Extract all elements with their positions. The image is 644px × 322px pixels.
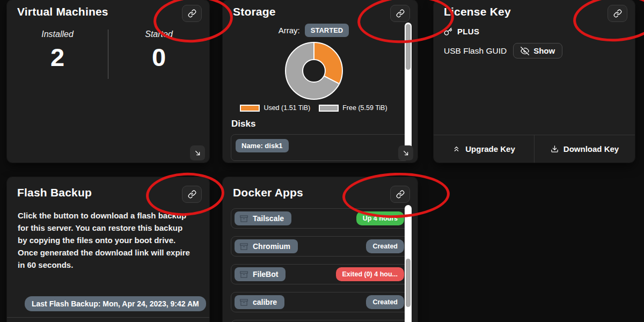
free-swatch: [319, 105, 339, 112]
container-icon: [240, 298, 248, 306]
app-status-badge: Exited (0) 4 hou...: [336, 267, 405, 281]
app-status-badge: Created: [366, 239, 404, 253]
license-footer: Upgrade Key Download Key: [434, 135, 635, 163]
vm-installed-label: Installed: [7, 30, 108, 39]
key-icon: [444, 27, 452, 36]
link-icon: [188, 190, 196, 199]
show-guid-button[interactable]: Show: [513, 43, 562, 58]
show-guid-label: Show: [533, 46, 555, 55]
app-name-pill[interactable]: Tailscale: [235, 211, 291, 225]
virtual-machines-title: Virtual Machines: [17, 5, 108, 18]
storage-expand-button[interactable]: [398, 145, 413, 160]
docker-app-row-filebot[interactable]: FileBot Exited (0) 4 hou...: [231, 264, 409, 284]
storage-legend: Used (1.51 TiB) Free (5.59 TiB): [223, 104, 405, 112]
upgrade-key-label: Upgrade Key: [465, 144, 515, 153]
docker-scrollbar[interactable]: [405, 205, 412, 322]
storage-donut-wrap: [223, 42, 405, 100]
vm-installed-stat: Installed 2: [7, 30, 108, 79]
flash-backup-title: Flash Backup: [17, 186, 92, 199]
disks-heading: Disks: [231, 119, 255, 129]
app-name: FileBot: [253, 270, 278, 279]
vm-expand-button[interactable]: [190, 145, 205, 160]
license-link-button[interactable]: [608, 5, 627, 22]
array-status-badge: STARTED: [305, 24, 349, 37]
double-chevron-up-icon: [452, 145, 460, 153]
docker-app-list: Tailscale Up 4 hours Chromium Created Fi…: [231, 208, 409, 322]
app-name-pill[interactable]: FileBot: [235, 267, 286, 281]
app-status-badge: Created: [366, 295, 404, 309]
app-status-badge: Up 4 hours: [356, 211, 404, 225]
container-icon: [240, 215, 248, 223]
container-icon: [240, 270, 248, 279]
link-icon: [188, 9, 196, 18]
usb-guid-label: USB Flash GUID: [444, 46, 507, 56]
docker-app-row-partial[interactable]: [231, 320, 409, 322]
license-key-title: License Key: [444, 5, 511, 18]
used-label: Used (1.51 TiB): [264, 104, 310, 112]
license-plan-name: PLUS: [457, 27, 479, 36]
docker-app-row-calibre[interactable]: calibre Created: [231, 292, 409, 312]
eye-slash-icon: [521, 47, 529, 55]
license-key-card: License Key PLUS USB Flash GUID Show Upg…: [434, 0, 635, 163]
arrow-down-right-icon: [194, 149, 202, 157]
vm-started-stat: Started 0: [108, 30, 209, 79]
legend-item-used: Used (1.51 TiB): [240, 104, 310, 112]
download-key-label: Download Key: [564, 144, 619, 153]
docker-link-button[interactable]: [390, 186, 410, 203]
link-icon: [396, 9, 405, 18]
arrow-down-right-icon: [402, 149, 410, 157]
storage-scrollbar-thumb[interactable]: [406, 24, 411, 70]
vm-started-value: 0: [108, 45, 209, 70]
flash-footer-divider: [7, 317, 209, 318]
docker-apps-card: Docker Apps Tailscale Up 4 hours Chromiu…: [223, 177, 418, 322]
legend-item-free: Free (5.59 TiB): [319, 104, 387, 112]
array-status-row: Array: STARTED: [223, 24, 405, 37]
license-plan-row: PLUS: [444, 27, 479, 36]
storage-scrollbar[interactable]: [405, 23, 412, 160]
download-icon: [551, 145, 559, 153]
flash-backup-description: Click the button to download a flash bac…: [18, 209, 192, 271]
docker-scrollbar-thumb[interactable]: [406, 259, 411, 307]
storage-donut-chart: [285, 42, 343, 100]
vm-link-button[interactable]: [182, 5, 202, 22]
virtual-machines-card: Virtual Machines Installed 2 Started 0: [7, 0, 209, 163]
docker-app-row-chromium[interactable]: Chromium Created: [231, 236, 409, 257]
app-name-pill[interactable]: Chromium: [235, 239, 298, 253]
app-name: calibre: [253, 298, 277, 306]
donut-hole: [302, 59, 326, 83]
app-name: Chromium: [253, 242, 290, 251]
storage-title: Storage: [233, 5, 276, 18]
container-icon: [240, 243, 248, 251]
usb-guid-row: USB Flash GUID Show: [444, 43, 562, 58]
storage-link-button[interactable]: [390, 5, 410, 22]
download-key-button[interactable]: Download Key: [534, 135, 635, 163]
disk-name-badge: Name: disk1: [236, 139, 289, 152]
flash-link-button[interactable]: [182, 186, 202, 203]
upgrade-key-button[interactable]: Upgrade Key: [434, 135, 534, 163]
vm-started-label: Started: [108, 30, 209, 39]
vm-installed-value: 2: [7, 45, 108, 70]
app-name: Tailscale: [253, 214, 284, 223]
link-icon: [396, 190, 405, 199]
link-icon: [613, 9, 622, 18]
used-swatch: [240, 105, 260, 112]
docker-apps-title: Docker Apps: [233, 186, 303, 199]
last-flash-backup-badge: Last Flash Backup: Mon, Apr 24, 2023, 9:…: [25, 296, 206, 311]
disk-list-box[interactable]: Name: disk1: [231, 134, 409, 161]
array-label: Array:: [279, 26, 300, 35]
storage-card: Storage Array: STARTED Used (1.51 TiB) F…: [223, 0, 418, 163]
flash-backup-card: Flash Backup Click the button to downloa…: [7, 177, 209, 322]
app-name-pill[interactable]: calibre: [235, 295, 284, 309]
free-label: Free (5.59 TiB): [342, 104, 387, 112]
vm-stats: Installed 2 Started 0: [7, 30, 209, 79]
docker-app-row-tailscale[interactable]: Tailscale Up 4 hours: [231, 208, 409, 229]
